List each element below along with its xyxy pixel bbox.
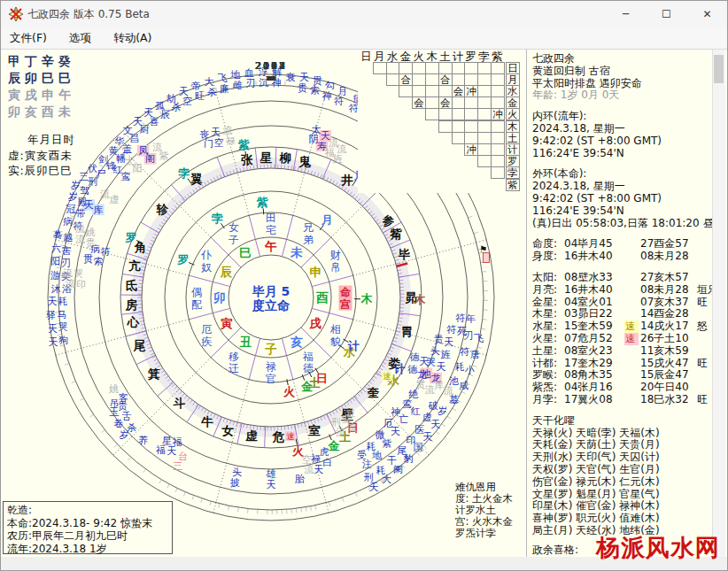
svg-text:巳: 巳 <box>239 245 252 259</box>
svg-text:蓦: 蓦 <box>53 229 63 241</box>
svg-text:游: 游 <box>50 270 60 282</box>
svg-text:流: 流 <box>65 278 75 289</box>
svg-text:旺: 旺 <box>347 408 356 418</box>
svg-text:张: 张 <box>241 152 253 166</box>
svg-text:年: 年 <box>465 313 476 325</box>
svg-text:杀: 杀 <box>207 87 217 98</box>
svg-text:移: 移 <box>228 351 239 363</box>
svg-text:福: 福 <box>302 351 314 363</box>
svg-text:喜: 喜 <box>150 116 159 127</box>
svg-text:天: 天 <box>84 199 94 211</box>
svg-text:阳: 阳 <box>50 256 60 267</box>
aspect-cell <box>452 62 466 74</box>
outer-ring-data: 116:24'E 39:54'N <box>532 205 712 218</box>
outer-ring-data: 2024.3.18, 星期一 <box>532 181 712 193</box>
menu-file[interactable]: 文件(F) <box>1 27 56 50</box>
svg-text:印: 印 <box>406 435 415 446</box>
speed-badge <box>624 308 639 320</box>
svg-text:2122: 2122 <box>255 60 287 72</box>
speed-badge <box>624 251 639 263</box>
planet-row: 计都:17奎木29 15戌火47旺 <box>532 358 712 370</box>
svg-text:虚: 虚 <box>109 194 119 205</box>
title-bar: 七政四余 版本 0.75 Beta ─ ☐ ✕ <box>1 1 727 28</box>
svg-text:井: 井 <box>340 173 353 187</box>
svg-text:狗: 狗 <box>58 335 68 346</box>
svg-text:戌: 戌 <box>308 316 321 330</box>
info-panel: 七政四余黄道回归制 古宿平太阳时排盘 遇卯安命年龄: 1岁 0月 0天内环(流年… <box>526 50 712 557</box>
close-button[interactable]: ✕ <box>687 1 727 27</box>
svg-text:柳: 柳 <box>279 150 292 165</box>
svg-text:空: 空 <box>302 454 312 466</box>
svg-text:计: 计 <box>393 362 406 375</box>
aspect-cell <box>412 73 426 86</box>
menu-options[interactable]: 选项 <box>60 27 100 50</box>
aspect-cell <box>373 62 387 74</box>
svg-text:酉: 酉 <box>315 290 329 305</box>
svg-text:仆: 仆 <box>200 249 212 261</box>
svg-text:阳: 阳 <box>132 163 142 174</box>
speed-badge <box>624 238 639 251</box>
watermark: 杨派风水网 <box>596 532 720 564</box>
aspect-cell <box>477 96 492 109</box>
svg-text:奎: 奎 <box>367 385 380 399</box>
pillar-shi: 实:辰卯巳巳 <box>8 163 114 178</box>
aspect-cell <box>491 155 505 167</box>
svg-text:命: 命 <box>340 286 351 298</box>
aspect-cell <box>425 85 439 97</box>
huayao-row: 天耗(金) 天荫(土) 天贵(月) <box>532 439 712 451</box>
svg-text:天: 天 <box>48 323 58 335</box>
svg-text:杀: 杀 <box>127 422 136 434</box>
svg-text:房: 房 <box>124 297 137 312</box>
svg-text:胃: 胃 <box>401 324 414 338</box>
aspect-cell <box>452 108 466 120</box>
speed-badge <box>624 382 639 394</box>
scrollbar-thumb[interactable] <box>714 55 724 83</box>
svg-text:福: 福 <box>173 436 182 448</box>
aspect-cell <box>425 108 439 120</box>
aspect-cell: 冲 <box>464 143 478 156</box>
svg-text:宫: 宫 <box>339 298 351 311</box>
svg-text:刃: 刃 <box>463 330 473 342</box>
svg-text:岁: 岁 <box>68 191 78 203</box>
planet-row: 木星:03昴日22 14酉金28 <box>532 308 712 320</box>
huayao-row: 伤官(金) 禄元(木) 仁元(木) <box>532 476 712 489</box>
svg-text:贯: 贯 <box>415 379 425 390</box>
aspect-cell <box>477 62 492 74</box>
panel-scrollbar[interactable] <box>712 50 725 557</box>
svg-text:神: 神 <box>391 406 400 418</box>
svg-text:木: 木 <box>360 292 373 305</box>
aspect-cell <box>412 85 426 97</box>
huayao-row: 天禄(火) 天暗(孛) 天福(木) <box>532 428 712 440</box>
menu-rotate[interactable]: 转动(A) <box>105 27 160 50</box>
svg-text:危: 危 <box>272 429 285 444</box>
speed-badge <box>624 297 639 309</box>
aspect-cell <box>399 62 413 74</box>
svg-text:符: 符 <box>460 346 469 358</box>
aspect-cell <box>425 96 439 109</box>
maximize-button[interactable]: ☐ <box>647 1 686 27</box>
planet-row: 紫炁:04张月16 20午日40 <box>532 382 712 394</box>
aspect-cell <box>477 73 492 86</box>
inner-ring-data: 116:24'E 39:54'N <box>532 148 712 160</box>
svg-text:旌: 旌 <box>440 349 451 360</box>
svg-text:子: 子 <box>228 234 239 246</box>
planet-row: 月孛:17翼火08 18巳水32旺 <box>532 394 712 406</box>
svg-text:头: 头 <box>232 467 242 478</box>
svg-text:岁: 岁 <box>71 180 81 191</box>
svg-text:天: 天 <box>444 336 453 348</box>
aspect-cell <box>452 96 466 109</box>
minimize-button[interactable]: ─ <box>606 1 646 27</box>
svg-text:厄: 厄 <box>383 418 393 429</box>
svg-text:披: 披 <box>230 477 240 489</box>
aspect-cell <box>438 120 453 133</box>
svg-text:申: 申 <box>309 265 321 279</box>
svg-text:岁: 岁 <box>438 405 447 417</box>
planet-row: 土星:08室火23 11亥木59 <box>532 345 712 358</box>
svg-text:受: 受 <box>357 450 367 461</box>
svg-text:姚: 姚 <box>109 383 119 395</box>
svg-text:医: 医 <box>414 424 424 436</box>
aspect-cell: 会 <box>438 96 453 109</box>
speed-badge <box>624 272 639 284</box>
aspect-row-水: 水 <box>506 85 520 97</box>
svg-text:心: 心 <box>127 314 140 328</box>
